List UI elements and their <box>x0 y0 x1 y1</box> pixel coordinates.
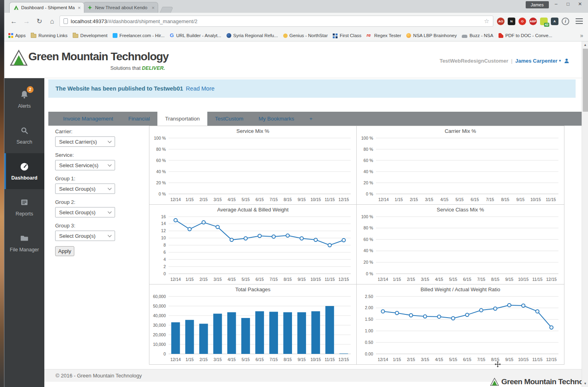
maximize-button[interactable]: □ <box>562 0 574 9</box>
bookmark-genius-northstar[interactable]: Genius - NorthStar <box>283 33 328 38</box>
bookmark-label: Genius - NorthStar <box>290 33 328 38</box>
address-bar[interactable]: localhost:49373/#/dashboard/shipment_man… <box>60 16 493 27</box>
svg-text:12/15: 12/15 <box>338 277 349 282</box>
svg-text:0 %: 0 % <box>366 271 373 276</box>
bookmark-running-links[interactable]: Running Links <box>31 33 68 38</box>
svg-text:60 %: 60 % <box>156 158 166 163</box>
folder-icon <box>73 34 78 38</box>
filter-select-group-1[interactable]: Select Group(s) <box>55 184 115 194</box>
svg-text:4/15: 4/15 <box>228 197 236 202</box>
add-dashboard-tab-button[interactable]: + <box>302 112 320 126</box>
svg-text:1/15: 1/15 <box>395 197 403 202</box>
bookmark-syria-regional-refu[interactable]: Syria Regional Refu... <box>226 33 278 38</box>
back-button[interactable]: ← <box>8 16 19 27</box>
sidebar-item-search[interactable]: Search <box>4 117 44 153</box>
sidebar-item-dashboard[interactable]: Dashboard <box>4 153 44 189</box>
browser-tab-dashboard-shipment-ma[interactable]: Dashboard - Shipment Ma× <box>9 2 84 13</box>
tab-close-icon[interactable]: × <box>77 5 81 10</box>
svg-text:2: 2 <box>163 264 166 269</box>
filter-select-group-2[interactable]: Select Group(s) <box>55 207 115 217</box>
filter-group-group-1: Group 1:Select Group(s) <box>55 176 125 194</box>
svg-text:12/14: 12/14 <box>377 277 388 282</box>
scrollbar-thumb[interactable] <box>583 49 588 112</box>
extension-badge: 42 <box>544 23 549 27</box>
apply-button[interactable]: Apply <box>55 246 74 256</box>
svg-text:4/15: 4/15 <box>435 357 443 362</box>
bookmark-freelancer-com-hir[interactable]: Freelancer.com - Hir... <box>113 33 165 38</box>
svg-text:7/15: 7/15 <box>270 357 278 362</box>
svg-text:12/14: 12/14 <box>377 357 388 362</box>
minimize-button[interactable]: – <box>550 0 562 9</box>
bookmark-nsa-lbp-brainhoney[interactable]: NSA LBP Brainhoney <box>406 33 457 38</box>
ao-extension[interactable]: AO <box>497 18 505 25</box>
svg-text:3/15: 3/15 <box>421 277 429 282</box>
user-menu[interactable]: James Carpenter▾ <box>515 58 561 64</box>
sidebar-item-label: Search <box>16 139 32 145</box>
bookmark-development[interactable]: Development <box>73 33 107 38</box>
browser-window: Dashboard - Shipment Ma×New Thread about… <box>4 0 588 387</box>
bookmark-apps[interactable]: Apps <box>8 33 26 38</box>
dashboard-tab-my-bookmarks[interactable]: My Bookmarks <box>251 112 302 126</box>
browser-tab-new-thread-about-kendo[interactable]: New Thread about Kendo× <box>83 2 158 13</box>
chrome-menu-button[interactable] <box>574 17 584 25</box>
sidebar-item-alerts[interactable]: 2Alerts <box>4 81 44 117</box>
filter-select-service[interactable]: Select Service(s) <box>55 160 115 170</box>
tab-close-icon[interactable]: × <box>151 5 155 10</box>
read-more-link[interactable]: Read More <box>186 85 215 92</box>
dashboard-tab-transportation[interactable]: Transportation <box>157 112 207 126</box>
sidebar-item-reports[interactable]: Reports <box>4 189 44 225</box>
refresh-button[interactable]: ↻ <box>34 16 45 27</box>
person-icon[interactable] <box>564 58 570 64</box>
pdf-red-icon <box>499 33 503 38</box>
svg-text:11/15: 11/15 <box>325 357 335 362</box>
screenshot-extension[interactable]: 42 <box>540 18 548 25</box>
onenote-extension[interactable]: N <box>508 18 515 25</box>
bookmark-label: URL Builder - Analyt... <box>176 33 221 38</box>
bookmark-url-builder-analyt[interactable]: URL Builder - Analyt... <box>170 33 221 38</box>
search-icon <box>20 126 29 136</box>
home-button[interactable]: ⌂ <box>47 16 58 27</box>
svg-text:10/15: 10/15 <box>310 197 321 202</box>
close-button[interactable]: ✕ <box>574 0 586 9</box>
svg-text:0.00: 0.00 <box>365 351 373 356</box>
filter-select-group-3[interactable]: Select Group(s) <box>55 231 115 241</box>
dashboard-tab-invoice-management[interactable]: Invoice Management <box>56 112 121 126</box>
new-tab-button[interactable] <box>160 7 174 13</box>
bookmark-star-icon[interactable]: ☆ <box>484 18 489 25</box>
sidebar-item-file-manager[interactable]: File Manager <box>4 225 44 261</box>
info-extension[interactable]: i <box>562 18 569 25</box>
svg-text:7/15: 7/15 <box>477 277 485 282</box>
svg-text:3/15: 3/15 <box>214 197 222 202</box>
svg-text:4: 4 <box>163 257 166 262</box>
o-extension[interactable]: O <box>518 18 526 25</box>
scrollbar[interactable]: ▲ ▼ <box>582 41 588 387</box>
svg-text:5/15: 5/15 <box>449 357 457 362</box>
filter-select-value: Select Carrier(s) <box>59 139 97 145</box>
dashboard-tab-testcustom[interactable]: TestCustom <box>207 112 251 126</box>
filter-label-carrier: Carrier: <box>55 128 125 134</box>
adblock-plus-extension[interactable]: ABP <box>529 18 537 25</box>
footer-logo: Green Mountain Technology <box>490 377 582 386</box>
url-text: localhost:49373/#/dashboard/shipment_man… <box>71 18 481 24</box>
svg-text:8/15: 8/15 <box>284 277 292 282</box>
bookmarks-overflow-icon[interactable]: » <box>579 32 584 39</box>
bookmark-buzz-nsa[interactable]: Buzz - NSA <box>462 33 493 38</box>
dashboard-tab-financial[interactable]: Financial <box>121 112 157 126</box>
svg-text:20,000: 20,000 <box>153 332 166 337</box>
svg-text:Billed Weight / Actual Weight: Billed Weight / Actual Weight Ratio <box>421 286 501 292</box>
filter-select-carrier[interactable]: Select Carrier(s) <box>55 136 115 147</box>
chevron-down-icon <box>108 186 112 190</box>
bookmark-regex-tester[interactable]: Regex Tester <box>367 33 401 38</box>
bookmark-pdf-to-doc-conve[interactable]: PDF to DOC - Conve... <box>499 33 552 38</box>
forward-button[interactable]: → <box>21 16 32 27</box>
browser-profile-badge[interactable]: James <box>526 1 549 8</box>
svg-text:4/15: 4/15 <box>228 357 236 362</box>
a-extension[interactable]: A <box>551 18 558 25</box>
scroll-up-button[interactable]: ▲ <box>582 41 588 48</box>
extensions-row: AONOABP42Ai <box>497 18 569 25</box>
bookmark-first-class[interactable]: First Class <box>333 33 361 38</box>
filter-panel: Carrier:Select Carrier(s)Service:Select … <box>55 128 125 256</box>
header-separator: | <box>511 58 513 64</box>
chart-canvas: Billed Weight / Actual Weight Ratio2.502… <box>357 284 564 364</box>
scroll-down-button[interactable]: ▼ <box>582 380 588 387</box>
